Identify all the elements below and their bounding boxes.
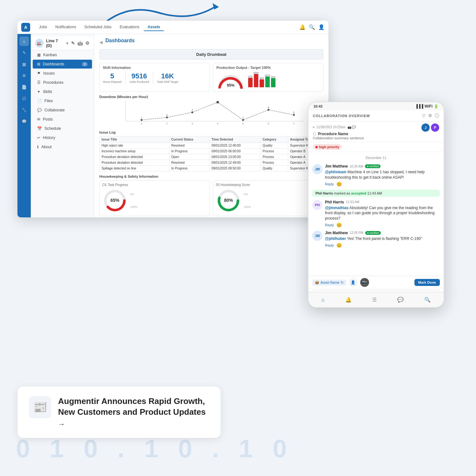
settings-icon-chat[interactable]: ⚙ bbox=[428, 113, 432, 119]
issue-log-title: Issue Log bbox=[99, 130, 323, 134]
svg-text:1: 1 bbox=[242, 116, 244, 119]
bell-icon[interactable]: 🔔 bbox=[299, 24, 306, 30]
collapse-arrow[interactable]: ◀ bbox=[99, 40, 103, 45]
info-icon[interactable]: ⓘ bbox=[435, 113, 439, 119]
secondary-sidebar: 🏭 Line 7 (D) + ✎ 🤖 ⚙ ▦ Kanban ⊞ Dashboar… bbox=[31, 34, 94, 217]
stat-divider-2 bbox=[153, 71, 153, 84]
news-icon: 📰 bbox=[29, 396, 51, 418]
add-person-btn[interactable]: 👤 bbox=[349, 278, 358, 287]
bottom-nav-home[interactable]: ⌂ bbox=[321, 297, 325, 303]
svg-point-6 bbox=[141, 119, 142, 121]
msg-content-2: Phil Harris 11:53 AM @jimmathias Absolut… bbox=[325, 200, 440, 228]
bottom-nav-search[interactable]: 🔍 bbox=[424, 297, 431, 303]
cell-status: Open bbox=[169, 154, 209, 160]
bar-5 bbox=[271, 78, 275, 87]
svg-text:65%: 65% bbox=[110, 198, 120, 203]
svg-text:5: 5 bbox=[293, 111, 295, 114]
nav-tab-assets[interactable]: Assets bbox=[144, 23, 164, 31]
sidebar-item-schedule[interactable]: 📅 Schedule bbox=[33, 124, 92, 133]
reaction-btn-3[interactable]: 😊 bbox=[336, 243, 342, 248]
settings-icon[interactable]: ⚙ bbox=[85, 41, 89, 46]
cell-category: Process bbox=[261, 160, 288, 166]
svg-text:1: 1 bbox=[141, 116, 142, 119]
bottom-nav-bell[interactable]: 🔔 bbox=[345, 297, 352, 303]
issues-icon: ⚑ bbox=[37, 71, 41, 76]
news-link[interactable]: → bbox=[58, 420, 209, 428]
sidebar-chat-btn[interactable]: 💬 bbox=[19, 116, 29, 126]
svg-text:3: 3 bbox=[166, 114, 168, 116]
edit-icon[interactable]: ✎ bbox=[71, 41, 75, 46]
message-3: JM Jim Matthew 12:05 PM ● verified @phil… bbox=[312, 231, 440, 248]
date-divider: December 11 bbox=[312, 156, 440, 160]
cell-category: Quality bbox=[261, 166, 288, 171]
sidebar-item-procedures[interactable]: ☰ Procedures bbox=[33, 78, 92, 87]
bottom-nav-list[interactable]: ☰ bbox=[372, 297, 377, 303]
msg-text-1: @philsteam Machine 4 on Line 1 has stopp… bbox=[325, 169, 440, 180]
shift-info-title: Shift Information bbox=[103, 66, 206, 69]
priority-row: high priority bbox=[308, 142, 444, 152]
sidebar-label-dashboards: Dashboards bbox=[43, 62, 64, 66]
sidebar-filter-btn[interactable]: ⚙ bbox=[19, 71, 29, 80]
production-gauge: 95% 0% 100% bbox=[216, 71, 245, 89]
svg-text:80%: 80% bbox=[224, 198, 233, 203]
accepted-banner: Phil Harris marked as accepted 11:43 AM bbox=[312, 190, 440, 197]
plus-icon[interactable]: + bbox=[66, 41, 69, 46]
asset-tag-close[interactable]: ↻ bbox=[341, 281, 344, 285]
nav-tab-scheduled-jobs[interactable]: Scheduled Jobs bbox=[81, 23, 115, 31]
reply-btn-3[interactable]: Reply bbox=[325, 243, 334, 247]
production-card: Production Output - Target 100% 95% 0% 1… bbox=[213, 63, 323, 92]
svg-text:1: 1 bbox=[141, 122, 142, 125]
search-icon[interactable]: 🔍 bbox=[309, 24, 315, 30]
user-icon[interactable]: 👤 bbox=[318, 24, 325, 30]
asset-icon: 🏭 bbox=[35, 39, 43, 48]
col-issue-title: Issue Title bbox=[100, 136, 169, 143]
cell-title: Procedure deviation detected bbox=[100, 154, 169, 160]
sidebar-checklist-btn[interactable]: ☑ bbox=[19, 94, 29, 103]
svg-text:100%: 100% bbox=[240, 88, 245, 89]
shift-target-value: 16K bbox=[157, 72, 178, 80]
sidebar-grid-btn[interactable]: ▦ bbox=[19, 59, 29, 69]
msg-avatar-3: JM bbox=[312, 231, 322, 241]
sidebar-item-issues[interactable]: ⚑ Issues bbox=[33, 69, 92, 78]
reaction-btn-1[interactable]: 😊 bbox=[336, 182, 342, 187]
svg-text:6: 6 bbox=[268, 122, 269, 125]
reply-btn-1[interactable]: Reply bbox=[325, 182, 334, 186]
reply-btn-2[interactable]: Reply bbox=[325, 223, 334, 227]
asset-title: Line 7 (D) bbox=[46, 38, 63, 48]
sidebar-doc-btn[interactable]: 📄 bbox=[19, 82, 29, 92]
reaction-btn-2[interactable]: 😊 bbox=[336, 222, 342, 228]
sidebar-item-skills[interactable]: ✦ Skills bbox=[33, 87, 92, 96]
sidebar-wrench-btn[interactable]: 🔧 bbox=[19, 105, 29, 115]
participant-j: J bbox=[421, 123, 430, 132]
mark-done-btn[interactable]: Mark Done bbox=[414, 279, 440, 286]
sidebar-item-kanban[interactable]: ▦ Kanban bbox=[33, 50, 92, 59]
msg-header-2: Phil Harris 11:53 AM bbox=[325, 200, 440, 204]
mention-philhuber: @philhuber bbox=[325, 236, 346, 241]
svg-text:0%: 0% bbox=[217, 88, 221, 89]
participant-p: P bbox=[431, 123, 439, 132]
sidebar-item-dashboards[interactable]: ⊞ Dashboards 2 bbox=[33, 60, 92, 69]
sidebar-home-btn[interactable]: ⌂ bbox=[19, 36, 29, 46]
capture-btn[interactable]: 📷 bbox=[360, 278, 369, 287]
robot-icon[interactable]: 🤖 bbox=[77, 41, 83, 46]
table-row: Procedure deviation detected Resolved 09… bbox=[100, 160, 323, 166]
history-icon: ↩ bbox=[37, 136, 40, 140]
downtime-section: Downtime (Minutes per Hour) bbox=[99, 95, 323, 127]
hours-elapsed-value: 5 bbox=[103, 72, 122, 80]
mobile-status-icons: ▐▐▐ WiFi 🔋 bbox=[415, 104, 439, 109]
sidebar-item-about[interactable]: ℹ About bbox=[33, 142, 92, 151]
svg-point-10 bbox=[242, 119, 244, 121]
sidebar-item-collaborate[interactable]: 💬 Collaborate bbox=[33, 106, 92, 115]
sidebar-item-history[interactable]: ↩ History bbox=[33, 133, 92, 142]
cell-title: High reject rate bbox=[100, 143, 169, 149]
nav-tab-notifications[interactable]: Notifications bbox=[51, 23, 80, 31]
bottom-nav-chat[interactable]: 💬 bbox=[397, 297, 404, 303]
sidebar-item-files[interactable]: 📄 Files bbox=[33, 96, 92, 105]
sidebar-item-posts[interactable]: ✉ Posts bbox=[33, 115, 92, 124]
nav-tab-jobs[interactable]: Jobs bbox=[35, 23, 51, 31]
nav-tab-evaluations[interactable]: Evaluations bbox=[116, 23, 143, 31]
filter-icon[interactable]: ▽ bbox=[422, 113, 426, 119]
svg-text:15: 15 bbox=[216, 101, 219, 101]
sidebar-edit-btn[interactable]: ✎ bbox=[19, 48, 29, 57]
accepted-time: 11:43 AM bbox=[367, 191, 382, 195]
